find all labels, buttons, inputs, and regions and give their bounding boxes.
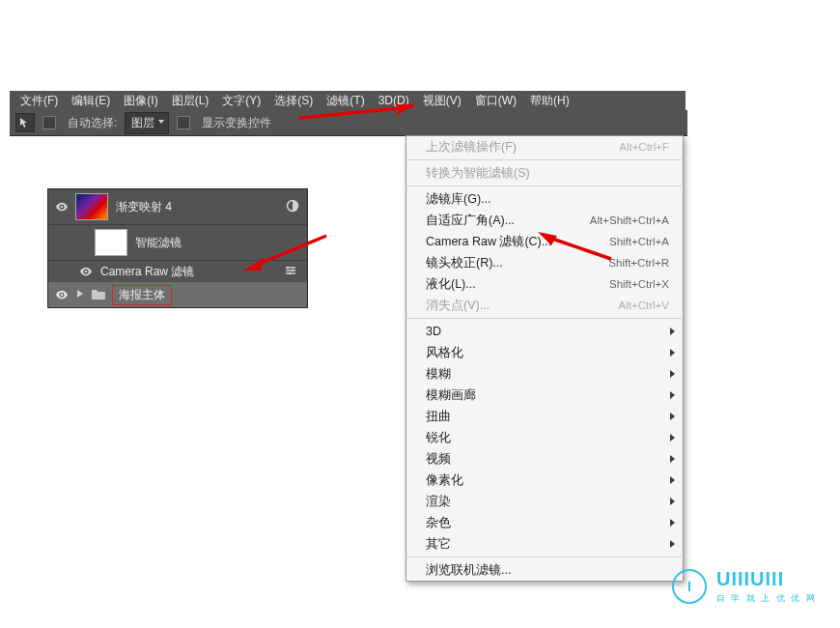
group-name-highlighted[interactable]: 海报主体 [112, 285, 172, 305]
menu-type[interactable]: 文字(Y) [215, 91, 267, 110]
layer-group-poster-subject[interactable]: 海报主体 [48, 282, 307, 307]
layer-row-gradient-map[interactable]: 渐变映射 4 [48, 189, 307, 225]
menu-help[interactable]: 帮助(H) [523, 91, 576, 110]
menu-distort[interactable]: 扭曲 [406, 406, 683, 427]
expand-arrow-icon[interactable] [75, 288, 85, 301]
brand-text: UIIIUIII [716, 568, 817, 590]
svg-point-0 [61, 206, 63, 208]
menu-filter-gallery[interactable]: 滤镜库(G)... [406, 188, 683, 210]
move-tool-icon[interactable] [15, 113, 35, 132]
menu-layer[interactable]: 图层(L) [165, 91, 216, 110]
menu-render[interactable]: 渲染 [406, 491, 683, 512]
menu-last-filter: 上次滤镜操作(F)Alt+Ctrl+F [406, 136, 683, 157]
menu-adaptive-wide-angle[interactable]: 自适应广角(A)...Alt+Shift+Ctrl+A [406, 210, 683, 231]
menu-window[interactable]: 窗口(W) [468, 91, 523, 110]
auto-select-label: 自动选择: [68, 115, 117, 131]
annotation-arrow-icon [299, 104, 415, 122]
folder-icon [91, 287, 106, 303]
show-transform-checkbox[interactable] [177, 116, 190, 129]
menu-noise[interactable]: 杂色 [406, 512, 683, 533]
menu-separator [407, 318, 682, 319]
menu-other[interactable]: 其它 [406, 533, 683, 555]
menu-edit[interactable]: 编辑(E) [65, 91, 117, 110]
menu-blur-gallery[interactable]: 模糊画廊 [406, 385, 683, 406]
menu-separator [407, 159, 682, 160]
menu-browse-online-filters[interactable]: 浏览联机滤镜... [406, 559, 683, 581]
menu-stylize[interactable]: 风格化 [406, 342, 683, 363]
brand-logo-icon [672, 569, 707, 604]
svg-marker-12 [538, 232, 557, 245]
menu-vanishing-point: 消失点(V)...Alt+Ctrl+V [406, 295, 683, 316]
svg-point-5 [289, 271, 291, 273]
svg-line-7 [299, 108, 400, 118]
menu-video[interactable]: 视频 [406, 448, 683, 470]
menu-view[interactable]: 视图(V) [416, 91, 468, 110]
layer-name[interactable]: 渐变映射 4 [116, 199, 286, 215]
menu-convert-smart-filter: 转换为智能滤镜(S) [406, 162, 683, 184]
filter-dropdown-menu: 上次滤镜操作(F)Alt+Ctrl+F 转换为智能滤镜(S) 滤镜库(G)...… [406, 135, 684, 582]
menu-separator [407, 557, 682, 557]
visibility-icon[interactable] [48, 288, 75, 301]
menu-sharpen[interactable]: 锐化 [406, 427, 683, 448]
svg-point-6 [61, 294, 63, 296]
auto-select-checkbox[interactable] [42, 116, 56, 129]
visibility-icon[interactable] [48, 200, 75, 214]
menu-3d[interactable]: 3D [406, 321, 683, 342]
svg-line-9 [257, 236, 326, 265]
menu-separator [407, 186, 682, 186]
menu-liquify[interactable]: 液化(L)...Shift+Ctrl+X [406, 273, 683, 295]
menu-blur[interactable]: 模糊 [406, 363, 683, 385]
brand-watermark: UIIIUIII 自 学 就 上 优 优 网 [672, 568, 817, 605]
menu-pixelate[interactable]: 像素化 [406, 470, 683, 491]
adjustment-icon[interactable] [286, 199, 299, 215]
svg-line-11 [549, 238, 611, 259]
brand-sub: 自 学 就 上 优 优 网 [716, 592, 817, 605]
smart-filter-mask[interactable] [95, 229, 127, 256]
visibility-icon[interactable] [75, 265, 97, 278]
svg-point-2 [85, 271, 87, 272]
menu-image[interactable]: 图像(I) [117, 91, 164, 110]
annotation-arrow-icon [538, 232, 615, 263]
layer-thumbnail[interactable] [75, 193, 108, 220]
auto-select-dropdown[interactable]: 图层 [125, 112, 169, 134]
menu-file[interactable]: 文件(F) [14, 91, 65, 110]
annotation-arrow-icon [243, 232, 330, 271]
show-transform-label: 显示变换控件 [202, 115, 271, 131]
